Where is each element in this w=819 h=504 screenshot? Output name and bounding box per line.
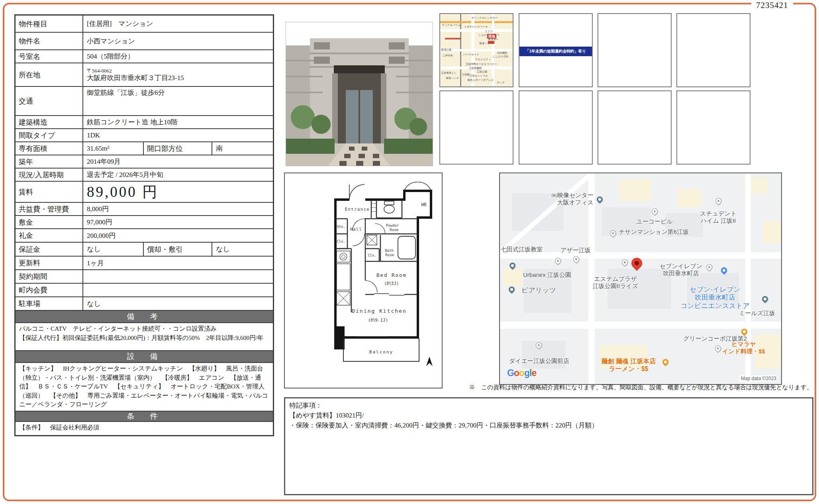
room-label: Sto. bbox=[337, 225, 345, 229]
table-row: 所在地 〒564-0062 大阪府吹田市垂水町３丁目23-15 bbox=[16, 63, 273, 87]
row-label: 専有面積 bbox=[16, 142, 83, 155]
property-table: 物件種目 [住居用] マンション 物件名 小西マンション 号室名 504（5階部… bbox=[14, 14, 274, 436]
thumbnail-empty bbox=[676, 90, 750, 165]
table-row: 物件名 小西マンション bbox=[16, 33, 273, 50]
table-row: 建築構造 鉄筋コンクリート造 地上10階 bbox=[16, 116, 273, 129]
remarks-header: 備 考 bbox=[16, 311, 273, 323]
room-label: Clo. bbox=[337, 239, 345, 243]
table-row: 専有面積 31.65m² 開口部方位 南 bbox=[16, 142, 273, 155]
map-poi-label: スチュデント ハイム 江坂II bbox=[686, 210, 750, 224]
room-label: Clo. bbox=[368, 253, 376, 257]
minimap-label: ニフコ bbox=[485, 30, 493, 33]
minimap-label: トヨタレンタリース bbox=[464, 25, 488, 28]
map-poi-label: ダイエー江坂公園前店 bbox=[502, 357, 576, 365]
row-label: 開口部方位 bbox=[144, 142, 212, 155]
table-row: 共益費・管理費 8,000円 bbox=[16, 203, 273, 216]
map-pin bbox=[650, 207, 659, 216]
table-row: 町内会費 bbox=[16, 284, 273, 297]
minimap-label: パークサイド bbox=[463, 53, 479, 56]
disclaimer-text: ※ この資料は物件の概略紹介資料になります。写真、間取図面、設備、概要などが現況… bbox=[458, 384, 813, 391]
minimap-label: 江坂図書館 bbox=[469, 67, 482, 69]
map-building bbox=[763, 221, 781, 243]
row-label: 物件名 bbox=[16, 33, 83, 49]
row-value: なし bbox=[212, 244, 273, 255]
map-building bbox=[503, 268, 522, 286]
row-label: 賃料 bbox=[16, 182, 83, 202]
row-value: 200,000円 bbox=[83, 230, 273, 241]
remarks-body: バルコニ・CATV テレビ・インターネット接続可・・コンロ設置済み 【保証人代行… bbox=[16, 323, 273, 351]
equipment-header: 設 備 bbox=[16, 351, 273, 363]
row-label: 号室名 bbox=[16, 50, 83, 63]
row-value bbox=[83, 276, 273, 277]
address: 大阪府吹田市垂水町３丁目23-15 bbox=[87, 74, 269, 82]
table-row: 物件種目 [住居用] マンション bbox=[16, 16, 273, 33]
google-logo: Google bbox=[507, 368, 536, 378]
map-poi-label: 麺創 麺魂 江坂本店 ラーメン・$$ bbox=[591, 357, 666, 373]
row-label: 交通 bbox=[16, 87, 83, 115]
minimap-label: 東急ハンズ bbox=[446, 76, 459, 79]
room-size-label: (約3J) bbox=[384, 281, 399, 286]
map-pin bbox=[596, 195, 604, 204]
map-pin bbox=[507, 285, 516, 294]
row-label: 現況/入居時期 bbox=[16, 169, 83, 181]
room-label: Room bbox=[390, 228, 398, 232]
room-label: Bath bbox=[385, 249, 394, 253]
genchi-marker: 現地 bbox=[487, 34, 496, 39]
map-poi-label: ㈱映像センター 大阪オフィス bbox=[512, 192, 594, 206]
remarks-line: 【保証人代行】初回保証委託料(最低20,000円)：月額賃料等の50% 2年目以… bbox=[19, 333, 269, 343]
row-label: 敷金 bbox=[16, 216, 83, 228]
table-row: 間取タイプ 1DK bbox=[16, 129, 273, 142]
row-label: 所在地 bbox=[16, 63, 83, 86]
notes-line: 【めやす賃料】103021円/ bbox=[289, 410, 808, 420]
minimap-label: 豊津公園 bbox=[441, 48, 451, 51]
row-value: 2014年09月 bbox=[83, 156, 273, 167]
map-poi-label: セブン-イレブン 吹田垂水町店 コンビニエンスストア bbox=[667, 286, 763, 310]
thumbnail-empty bbox=[519, 90, 593, 165]
room-label: Room bbox=[385, 253, 394, 257]
table-row: 礼金 200,000円 bbox=[16, 229, 273, 243]
property-building-highlight bbox=[488, 41, 494, 44]
map-poi-label: 七田式江坂教室 bbox=[501, 246, 556, 253]
minimap-label: 東急スポーツオアシス bbox=[467, 78, 494, 81]
row-value: 御堂筋線「江坂」徒歩6分 bbox=[83, 87, 273, 98]
notes-line: ・保険：保険要加入・室内清掃費：46,200円・鍵交換費：29,700円・口座振… bbox=[289, 420, 808, 430]
map-poi-label: アザー江坂 bbox=[560, 247, 604, 254]
map-poi-label: ミールズ江坂 bbox=[739, 310, 782, 317]
minimap-label: 三井住友 bbox=[443, 54, 453, 57]
row-label: 償却・敷引 bbox=[144, 243, 212, 256]
room-label: Balcony bbox=[369, 349, 393, 355]
map-pin bbox=[621, 258, 629, 267]
minimap-label: グルメシティ bbox=[475, 58, 491, 61]
road bbox=[440, 21, 513, 23]
remarks-line: バルコニ・CATV テレビ・インターネット接続可・・コンロ設置済み bbox=[19, 324, 269, 333]
row-label: 契約期間 bbox=[16, 270, 83, 283]
notes-title: 特記事項： bbox=[289, 400, 808, 410]
road bbox=[492, 14, 494, 86]
table-row: 保証金 なし 償却・敷引 なし bbox=[16, 243, 273, 257]
minimap-label: 江坂東急イン bbox=[441, 71, 457, 74]
thumbnail-badge: 「1年未満の短期違約金特約」有り bbox=[519, 13, 593, 87]
minimap-label: 江坂セントラル bbox=[470, 74, 488, 77]
building-photo bbox=[286, 22, 433, 166]
map-poi-label: チサンマンション第6江坂 bbox=[619, 228, 710, 235]
row-value: 1ヶ月 bbox=[83, 258, 273, 269]
minimap-label: 大和病院 bbox=[497, 51, 507, 54]
road bbox=[440, 29, 513, 32]
row-label: 共益費・管理費 bbox=[16, 203, 83, 215]
minimap: マックスバリュ オリックスレンタカー トヨタレンタリース ニフコ しものクリニッ… bbox=[440, 14, 513, 86]
row-label: 物件種目 bbox=[16, 16, 83, 32]
thumbnail-minimap: マックスバリュ オリックスレンタカー トヨタレンタリース ニフコ しものクリニッ… bbox=[439, 13, 513, 87]
minimap-label: 江坂公園 bbox=[477, 70, 487, 73]
map-road bbox=[500, 322, 781, 329]
map-pin bbox=[714, 197, 723, 205]
room-label: WB bbox=[421, 202, 427, 207]
map-building bbox=[619, 179, 651, 201]
table-row: 敷金 97,000円 bbox=[16, 216, 273, 229]
table-row: 更新料 1ヶ月 bbox=[16, 257, 273, 270]
equipment-body: 【キッチン】 IHクッキングヒーター・システムキッチン 【水廻り】 風呂・洗面台… bbox=[16, 363, 273, 412]
thumbnail-empty bbox=[598, 90, 672, 165]
row-label: 更新料 bbox=[16, 257, 83, 269]
row-value bbox=[83, 289, 273, 291]
minimap-label: ホンダ bbox=[497, 81, 505, 84]
minimap-label: 江坂市民サービスコーナー bbox=[466, 63, 497, 65]
